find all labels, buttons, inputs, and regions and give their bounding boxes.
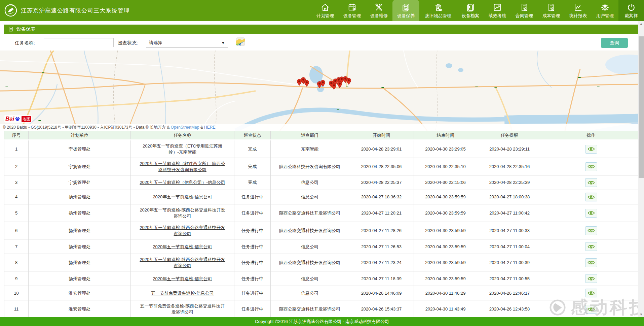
nav-item[interactable]: 计划管理: [312, 0, 339, 21]
cell-status: 完成: [234, 175, 271, 190]
map-marker-icon[interactable]: [320, 80, 326, 87]
cell-end-time: 2020-04-30 22:35:10: [414, 158, 477, 175]
nav-item[interactable]: 设备档案: [457, 0, 484, 21]
baidu-logo-text: Bai: [5, 116, 14, 122]
nav-item-label: 戴其祥: [625, 13, 638, 19]
view-button[interactable]: [585, 289, 597, 297]
table-row: 7 扬州管理处 2020年五一节前巡检-信息公司 任务进行中 信息公司 2020…: [4, 239, 640, 254]
view-button[interactable]: [585, 162, 597, 171]
eye-icon: [588, 291, 595, 296]
cell-no: 2: [4, 158, 29, 175]
view-button[interactable]: [585, 226, 597, 235]
page: 江苏京沪高速公路有限公司三大系统管理 计划管理 设备管理 设备维修 设备保养 废…: [0, 0, 644, 326]
trash-icon: [433, 2, 443, 12]
here-link[interactable]: HERE: [204, 125, 215, 130]
cell-unit: 扬州管理处: [29, 254, 131, 271]
cell-start-time: 2020-04-28 23:29:01: [349, 140, 414, 158]
task-link[interactable]: 2020年五一节前巡检-信息公司: [153, 194, 212, 199]
nav-item-label: 合同管理: [516, 13, 533, 19]
user-gear-icon: [600, 2, 610, 12]
cell-task: 2020年五一节前巡检（软件西安所）-陕西公路科技开发咨询有限公司: [131, 158, 234, 175]
page-title: 设备保养: [16, 26, 35, 32]
cell-status: 任务进行中: [234, 254, 271, 271]
table-row: 5 扬州管理处 2020年五一节前巡检-陕西公路交通科技开发咨询公司 任务进行中…: [4, 204, 640, 222]
cell-status: 任务进行中: [234, 300, 271, 318]
map-marker-icon[interactable]: [332, 83, 337, 90]
view-button[interactable]: [585, 145, 597, 154]
task-link[interactable]: 2020年五一节前巡检-陕西公路交通科技开发咨询公司: [140, 257, 225, 268]
view-button[interactable]: [585, 209, 597, 218]
col-header-no: 序号: [4, 131, 29, 140]
cell-remind-time: 2020-04-28 23:29:11: [477, 140, 542, 158]
map-marker-icon[interactable]: [337, 81, 342, 88]
status-label: 巡查状态:: [118, 40, 138, 46]
scroll-up-icon[interactable]: ▲: [638, 21, 644, 26]
query-button[interactable]: 查询: [601, 38, 628, 48]
app-title: 江苏京沪高速公路有限公司三大系统管理: [21, 7, 130, 14]
nav-item[interactable]: 合同管理: [511, 0, 538, 21]
cell-action: [542, 271, 640, 286]
table-row: 10 淮安管理处 五一节前免费设备巡检-信息公司 任务进行中 信息公司 2020…: [4, 286, 640, 300]
view-button[interactable]: [585, 242, 597, 251]
baidu-map[interactable]: Bai 地图 © 2020 Baidu - GS(2019)5218号 - 甲测…: [0, 51, 644, 131]
cell-action: [542, 300, 640, 318]
cost-yuan-icon: ¥: [546, 2, 556, 12]
chevron-down-icon: ▼: [221, 41, 225, 45]
nav-item[interactable]: ¥ 成本管理: [538, 0, 565, 21]
view-button[interactable]: [585, 274, 597, 283]
view-button[interactable]: [585, 305, 597, 314]
map-marker-icon[interactable]: [304, 80, 309, 87]
cell-dept: 东南智能: [271, 140, 349, 158]
cell-dept: 陕西公路交通科技开发咨询公司: [271, 300, 349, 318]
task-link[interactable]: 2020年五一节前巡检-信息公司: [153, 244, 212, 249]
cell-dept: 陕西公路交通科技开发咨询公司: [271, 222, 349, 239]
cell-no: 11: [4, 300, 29, 318]
status-select[interactable]: 请选择 ▼: [146, 38, 228, 47]
road-badge: [381, 87, 384, 88]
nav-item[interactable]: 废旧物品管理: [419, 0, 457, 21]
nav-item[interactable]: 绩效考核: [484, 0, 511, 21]
task-link[interactable]: 2020年五一节前巡检（软件西安所）-陕西公路科技开发咨询有限公司: [140, 161, 225, 172]
road-badge: [578, 77, 581, 78]
task-link[interactable]: 五一节前免费设备巡检-陕西公路交通科技开发咨询公司: [140, 303, 225, 315]
contract-star-icon: [520, 2, 529, 12]
cell-end-time: 2020-04-30 11:46:29: [414, 286, 477, 300]
cell-no: 1: [4, 140, 29, 158]
nav-item-label: 设备维修: [370, 13, 388, 19]
col-header-remind: 任务提醒: [477, 131, 542, 140]
osm-link[interactable]: OpenStreetMap: [171, 125, 199, 130]
road-badge: [38, 120, 41, 121]
cell-action: [542, 175, 640, 190]
nav-item[interactable]: 统计报表: [565, 0, 592, 21]
task-link[interactable]: 2020年五一节前巡检-信息公司: [153, 276, 212, 281]
view-button[interactable]: [585, 193, 597, 201]
table-row: 11 淮安管理处 五一节前免费设备巡检-陕西公路交通科技开发咨询公司 任务进行中…: [4, 300, 640, 318]
cell-end-time: 2020-04-30 22:15:06: [414, 175, 477, 190]
top-header: 江苏京沪高速公路有限公司三大系统管理 计划管理 设备管理 设备维修 设备保养 废…: [0, 0, 644, 21]
task-link[interactable]: 2020年五一节前巡查（ETC专用道江苏海岭）-东南智能: [143, 143, 222, 155]
eye-icon: [588, 307, 595, 312]
eye-icon: [588, 276, 595, 281]
nav-item[interactable]: 用户管理: [592, 0, 618, 21]
table-row: 9 扬州管理处 2020年五一节前巡检-信息公司 任务进行中 信息公司 2020…: [4, 271, 640, 286]
nav-item[interactable]: 戴其祥: [618, 0, 644, 21]
task-link[interactable]: 2020年五一节前巡检-陕西公路交通科技开发咨询公司: [140, 225, 225, 236]
scroll-down-icon[interactable]: ▼: [638, 312, 644, 317]
task-link[interactable]: 五一节前免费设备巡检-信息公司: [151, 291, 214, 296]
nav-item[interactable]: 设备保养: [392, 0, 419, 21]
task-name-input[interactable]: [44, 38, 114, 47]
task-link[interactable]: 2020年五一节前巡检-陕西公路交通科技开发咨询公司: [140, 207, 225, 219]
map-marker-icon[interactable]: [346, 78, 351, 85]
nav-item[interactable]: 设备管理: [339, 0, 366, 21]
cell-dept: 陕西公路科技开发咨询有限公司: [271, 158, 349, 175]
cell-action: [542, 222, 640, 239]
task-link[interactable]: 2020年五一节前巡检（信息公司）-信息公司: [140, 180, 225, 185]
vertical-scrollbar[interactable]: ▲ ▼: [638, 21, 644, 317]
view-button[interactable]: [585, 258, 597, 267]
nav-item-label: 设备管理: [343, 13, 361, 19]
nav-item[interactable]: 设备维修: [366, 0, 392, 21]
scrollbar-thumb[interactable]: [639, 36, 644, 178]
view-button[interactable]: [585, 178, 597, 187]
map-locate-button[interactable]: [235, 37, 246, 48]
cell-end-time: 2020-04-30 11:43:49: [414, 300, 477, 318]
